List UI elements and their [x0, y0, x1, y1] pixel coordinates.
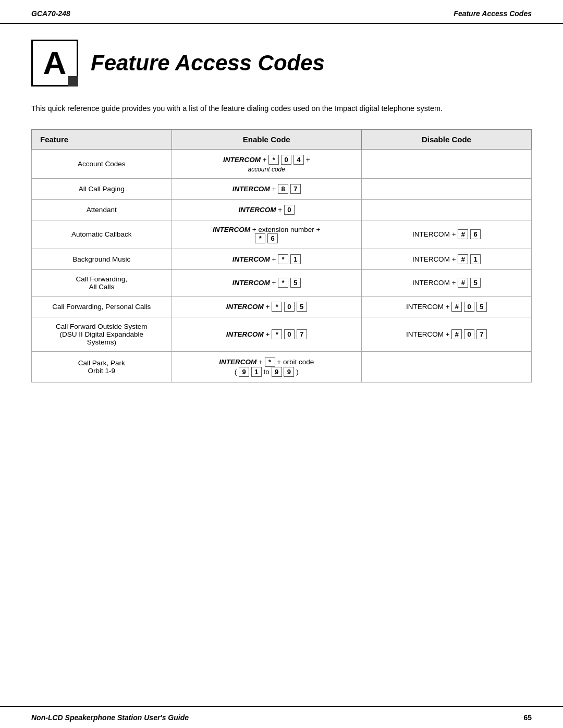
- key-7: 7: [297, 329, 307, 339]
- table-row: Call Forward Outside System(DSU II Digit…: [32, 317, 532, 351]
- col-header-disable: Disable Code: [361, 129, 531, 149]
- plus-sign: +: [266, 330, 272, 338]
- plus-sign: +: [263, 156, 269, 164]
- footer-page-number: 65: [523, 713, 532, 722]
- feature-name: Automatic Callback: [32, 220, 172, 249]
- key-0: 0: [464, 329, 474, 339]
- key-star: *: [278, 254, 288, 264]
- plus-sign: +: [446, 330, 452, 338]
- col-header-enable: Enable Code: [172, 129, 361, 149]
- table-row: Call Park, ParkOrbit 1-9 INTERCOM + * + …: [32, 351, 532, 382]
- feature-name: Attendant: [32, 199, 172, 220]
- key-0: 0: [284, 302, 295, 312]
- intercom-label: INTERCOM: [412, 255, 450, 263]
- key-star: *: [272, 329, 282, 339]
- feature-name: Call Forwarding,All Calls: [32, 269, 172, 296]
- page-header: GCA70-248 Feature Access Codes: [0, 0, 563, 24]
- key-star: *: [265, 357, 275, 367]
- key-1: 1: [470, 254, 481, 264]
- key-4: 4: [293, 155, 304, 165]
- key-5: 5: [290, 278, 301, 288]
- main-content: A Feature Access Codes This quick refere…: [0, 24, 563, 403]
- plus-sign: +: [278, 206, 284, 214]
- key-6: 6: [267, 233, 278, 243]
- key-6: 6: [470, 229, 481, 239]
- key-0: 0: [284, 329, 295, 339]
- intercom-label: INTERCOM: [412, 230, 450, 238]
- plus-sign: +: [446, 303, 452, 311]
- key-5: 5: [476, 302, 487, 312]
- intercom-label: INTERCOM: [406, 303, 444, 311]
- header-title: Feature Access Codes: [454, 9, 532, 18]
- enable-code: INTERCOM + * 1: [172, 249, 361, 269]
- paren-open: (: [235, 368, 239, 376]
- feature-name: Call Forwarding, Personal Calls: [32, 296, 172, 317]
- table-row: Background Music INTERCOM + * 1 INTERCOM…: [32, 249, 532, 269]
- table-row: Attendant INTERCOM + 0: [32, 199, 532, 220]
- table-row: Account Codes INTERCOM + * 0 4 + account…: [32, 149, 532, 178]
- plus-sign: +: [266, 303, 272, 311]
- doc-id: GCA70-248: [31, 9, 70, 18]
- feature-name: Call Forward Outside System(DSU II Digit…: [32, 317, 172, 351]
- disable-code: [361, 199, 531, 220]
- feature-name: All Call Paging: [32, 178, 172, 199]
- intercom-label: INTERCOM: [232, 255, 270, 263]
- appendix-letter: A: [43, 47, 67, 79]
- key-9: 9: [239, 367, 249, 377]
- key-7: 7: [290, 184, 301, 194]
- appendix-box: A: [31, 40, 78, 87]
- feature-table: Feature Enable Code Disable Code Account…: [31, 129, 532, 382]
- intercom-label: INTERCOM: [219, 358, 256, 366]
- account-code-sub: account code: [179, 166, 354, 173]
- enable-code: INTERCOM + extension number + * 6: [172, 220, 361, 249]
- intercom-label: INTERCOM: [226, 330, 264, 338]
- table-row: Call Forwarding,All Calls INTERCOM + * 5…: [32, 269, 532, 296]
- table-row: Call Forwarding, Personal Calls INTERCOM…: [32, 296, 532, 317]
- plus-sign: +: [272, 255, 278, 263]
- plus-sign: +: [452, 230, 458, 238]
- disable-code: INTERCOM + # 1: [361, 249, 531, 269]
- plus-sign: +: [452, 255, 458, 263]
- title-area: A Feature Access Codes: [31, 40, 532, 87]
- intercom-label: INTERCOM: [232, 185, 270, 193]
- key-5: 5: [470, 278, 481, 288]
- feature-name: Background Music: [32, 249, 172, 269]
- key-1: 1: [290, 254, 301, 264]
- table-row: Automatic Callback INTERCOM + extension …: [32, 220, 532, 249]
- page-footer: Non-LCD Speakerphone Station User's Guid…: [0, 706, 563, 728]
- page-title: Feature Access Codes: [91, 51, 325, 76]
- key-1: 1: [251, 367, 262, 377]
- key-star: *: [268, 155, 279, 165]
- feature-name: Call Park, ParkOrbit 1-9: [32, 351, 172, 382]
- intercom-label: INTERCOM: [406, 330, 444, 338]
- table-header-row: Feature Enable Code Disable Code: [32, 129, 532, 149]
- disable-code: INTERCOM + # 0 7: [361, 317, 531, 351]
- disable-code: [361, 149, 531, 178]
- col-header-feature: Feature: [32, 129, 172, 149]
- ext-text: + extension number +: [252, 226, 321, 233]
- enable-code: INTERCOM + 8 7: [172, 178, 361, 199]
- disable-code: INTERCOM + # 5: [361, 269, 531, 296]
- intercom-label: INTERCOM: [213, 226, 250, 233]
- key-0: 0: [464, 302, 474, 312]
- key-star: *: [272, 302, 282, 312]
- disable-code: [361, 351, 531, 382]
- disable-code: INTERCOM + # 0 5: [361, 296, 531, 317]
- key-0: 0: [284, 205, 295, 215]
- key-9a: 9: [272, 367, 282, 377]
- key-hash: #: [458, 229, 468, 239]
- plus-sign: +: [272, 185, 278, 193]
- enable-code: INTERCOM + * 0 7: [172, 317, 361, 351]
- key-0: 0: [281, 155, 291, 165]
- disable-code: [361, 178, 531, 199]
- feature-name: Account Codes: [32, 149, 172, 178]
- key-star: *: [278, 278, 288, 288]
- key-hash: #: [451, 329, 462, 339]
- enable-code: INTERCOM + 0: [172, 199, 361, 220]
- disable-code: INTERCOM + # 6: [361, 220, 531, 249]
- paren-close: ): [296, 368, 299, 376]
- table-row: All Call Paging INTERCOM + 8 7: [32, 178, 532, 199]
- to-text: to: [264, 368, 272, 376]
- key-5: 5: [297, 302, 307, 312]
- key-hash: #: [451, 302, 462, 312]
